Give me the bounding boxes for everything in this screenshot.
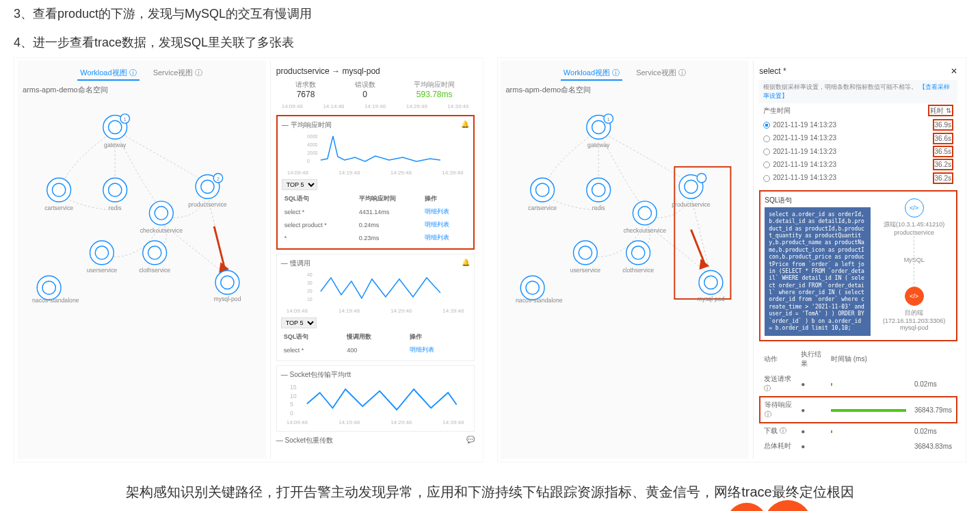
svg-point-61	[633, 201, 657, 225]
sql-block: SQL语句 select a.order_id as orderId,b.det…	[759, 190, 957, 342]
svg-text:0: 0	[307, 159, 310, 163]
svg-text:cartservice: cartservice	[44, 205, 73, 211]
top5-select[interactable]: TOP 5	[282, 179, 317, 190]
svg-text:mysql-pod: mysql-pod	[697, 296, 724, 302]
tab-workload-2[interactable]: Workload视图 ⓘ	[561, 66, 622, 81]
svg-text:1: 1	[607, 116, 609, 122]
svg-point-51	[530, 178, 554, 202]
svg-text:0: 0	[290, 410, 293, 417]
tab-workload[interactable]: Workload视图 ⓘ	[77, 66, 139, 81]
svg-point-9	[103, 178, 127, 202]
side-panel: productservice → mysql-pod 请求数7678 错误数0 …	[270, 61, 480, 459]
svg-point-26	[215, 271, 239, 295]
detail-link[interactable]: 明细列表	[425, 221, 449, 228]
namespace-label: arms-apm-demo命名空间	[23, 85, 261, 95]
trace-row[interactable]: 2021-11-19 14:13:2336.9s	[759, 118, 957, 131]
svg-point-54	[586, 178, 610, 202]
tab-service-2[interactable]: Service视图 ⓘ	[633, 66, 689, 81]
trace-row[interactable]: 2021-11-19 14:13:2336.2s	[759, 171, 957, 184]
dashboard-3: Workload视图 ⓘ Service视图 ⓘ arms-apm-demo命名…	[14, 57, 484, 462]
svg-point-17	[149, 201, 173, 225]
trace-panel: select *✕ 根据数据采样率设置，明细条数和指标数值可能不相等。 【查看采…	[753, 61, 963, 459]
svg-point-67	[626, 241, 650, 265]
svg-text:checkoutservice: checkoutservice	[140, 227, 183, 234]
svg-text:clothservice: clothservice	[622, 267, 654, 274]
svg-text:checkoutservice: checkoutservice	[623, 227, 665, 234]
svg-point-20	[90, 241, 114, 265]
topology-panel: Workload视图 ⓘ Service视图 ⓘ arms-apm-demo命名…	[17, 61, 266, 459]
svg-text:nacos-standalone: nacos-standalone	[515, 297, 562, 304]
trace-note: 根据数据采样率设置，明细条数和指标数值可能不相等。 【查看采样率设置】	[759, 80, 957, 103]
svg-point-60	[697, 174, 706, 183]
svg-text:5: 5	[290, 401, 293, 408]
svg-text:userservice: userservice	[570, 267, 600, 274]
trace-row[interactable]: 2021-11-19 14:13:2336.6s	[759, 131, 957, 144]
detail-link[interactable]: 明细列表	[425, 208, 449, 215]
svg-text:nacos-standalone: nacos-standalone	[32, 297, 79, 304]
detail-link[interactable]: 明细列表	[425, 234, 449, 241]
socket-rtt-section: — Socket包传输平均rtt 151050 14:09:4814:19:48…	[276, 365, 475, 432]
svg-point-64	[573, 241, 597, 265]
svg-text:10: 10	[307, 297, 313, 302]
svg-text:15: 15	[290, 384, 297, 391]
svg-text:productservice: productservice	[188, 201, 227, 208]
sql-code: select a.order_id as orderId,b.detail_id…	[765, 207, 871, 337]
close-icon[interactable]: ✕	[951, 66, 957, 76]
trace-diagram: </> 源端(10.3.1.45:41210)productservice My…	[876, 196, 952, 337]
svg-text:2: 2	[217, 176, 220, 182]
svg-point-70	[699, 271, 723, 295]
svg-text:10: 10	[290, 393, 297, 399]
svg-text:4000: 4000	[307, 142, 318, 147]
chat-icon[interactable]: 💬	[466, 436, 475, 445]
bell-icon[interactable]: 🔔	[462, 259, 470, 268]
summary-text: 架构感知识别关键路径，打开告警主动发现异常，应用和下游持续下钻跟踪资源指标、黄金…	[27, 483, 953, 501]
slow-section: — 慢调用🔔 40302010 14:09:4814:19:4814:29:48…	[276, 254, 475, 361]
title-4: 4、进一步查看trace数据，发现SQL里关联了多张表	[14, 34, 484, 51]
svg-point-29	[37, 276, 61, 300]
detail-link[interactable]: 明细列表	[410, 346, 434, 353]
svg-text:userservice: userservice	[87, 267, 118, 274]
sp-title: productservice → mysql-pod	[276, 66, 475, 76]
svg-text:gateway: gateway	[104, 142, 127, 148]
svg-text:20: 20	[307, 289, 313, 293]
svg-text:1: 1	[124, 116, 127, 122]
code-icon: </>	[905, 198, 924, 218]
svg-text:productservice: productservice	[672, 201, 711, 208]
code-icon: </>	[905, 287, 924, 306]
tab-service[interactable]: Service视图 ⓘ	[150, 66, 206, 81]
svg-text:clothservice: clothservice	[139, 267, 170, 274]
svg-text:cartservice: cartservice	[528, 205, 557, 211]
svg-text:mysql-pod: mysql-pod	[213, 296, 241, 302]
svg-text:30: 30	[307, 280, 313, 285]
avg-rt-section: — 平均响应时间🔔 6000400020000 14:09:4814:19:48…	[276, 115, 475, 250]
svg-point-73	[520, 276, 544, 300]
svg-point-6	[47, 178, 71, 202]
topology-panel-2: Workload视图 ⓘ Service视图 ⓘ arms-apm-demo命名…	[501, 61, 750, 459]
svg-text:40: 40	[307, 272, 313, 277]
title-3: 3、查看product的下游，发现与MySQL的交互有慢调用	[14, 5, 484, 22]
svg-text:6000: 6000	[307, 134, 318, 139]
svg-point-23	[143, 241, 167, 265]
svg-text:2000: 2000	[307, 150, 318, 155]
trace-row[interactable]: 2021-11-19 14:13:2336.2s	[759, 158, 957, 171]
bell-icon[interactable]: 🔔	[461, 120, 469, 130]
dashboard-4: Workload视图 ⓘ Service视图 ⓘ arms-apm-demo命名…	[497, 57, 967, 462]
namespace-label-2: arms-apm-demo命名空间	[506, 85, 744, 95]
trace-row[interactable]: 2021-11-19 14:13:2336.5s	[759, 145, 957, 158]
trace-title: select *	[759, 66, 786, 76]
svg-text:gateway: gateway	[587, 142, 610, 148]
svg-text:redis: redis	[592, 205, 605, 211]
top5-select-slow[interactable]: TOP 5	[281, 317, 317, 328]
svg-text:redis: redis	[109, 205, 122, 211]
